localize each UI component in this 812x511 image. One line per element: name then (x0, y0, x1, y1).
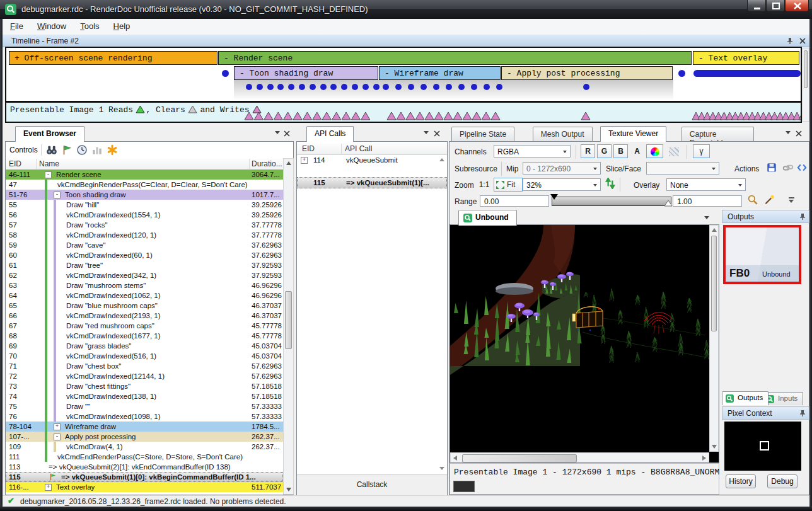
tab-outputs[interactable]: Outputs (722, 391, 768, 405)
checker-backdrop-button[interactable] (665, 144, 682, 158)
expander-icon[interactable]: - (54, 433, 61, 440)
timeline-bar-postproc[interactable]: - Apply post processing (501, 66, 673, 80)
event-row[interactable]: 51-76-Toon shading draw1017.7... (6, 190, 283, 200)
tab-texture-viewer[interactable]: Texture Viewer (600, 126, 666, 142)
channel-g-button[interactable]: G (597, 144, 612, 158)
event-row[interactable]: 66vkCmdDrawIndexed(2193, 1)46.37037 (6, 311, 283, 321)
tab-capture-executable[interactable]: Capture Executable (682, 127, 754, 142)
draw-call-dot[interactable] (246, 84, 252, 90)
draw-call-dot[interactable] (310, 84, 316, 90)
menu-tools[interactable]: Tools (80, 21, 99, 31)
overlay-select[interactable]: None (666, 178, 746, 191)
eb-tab-dropdown-icon[interactable] (275, 131, 280, 137)
event-row[interactable]: 73Draw "chest fittings"57.18518 (6, 381, 283, 391)
event-row[interactable]: 68vkCmdDrawIndexed(1677, 1)45.77778 (6, 331, 283, 341)
histogram-wand-icon[interactable] (763, 194, 775, 205)
texture-hscroll[interactable] (450, 452, 709, 462)
event-row[interactable]: 69Draw "grass blades"45.03704 (6, 341, 283, 351)
event-row[interactable]: 111vkCmdEndRenderPass(C=Store, D=Store, … (6, 452, 283, 462)
event-row[interactable]: 74vkCmdDrawIndexed(138, 1)57.18518 (6, 391, 283, 401)
draw-call-dot[interactable] (395, 84, 402, 90)
event-row[interactable]: 60vkCmdDrawIndexed(60, 1)37.62963 (6, 250, 283, 260)
draw-call-dot[interactable] (373, 84, 380, 90)
output-thumbnail-fb0[interactable]: FB0 Unbound (723, 225, 801, 284)
title-bar[interactable]: debugmarker.rdc - RenderDoc Unofficial r… (0, 0, 812, 19)
close-panel-icon[interactable] (799, 38, 806, 44)
filter-asterisk-icon[interactable] (107, 144, 118, 156)
api-scroll-up-icon[interactable] (439, 158, 444, 161)
event-row[interactable]: 61Draw "tree"37.92593 (6, 260, 283, 270)
event-row[interactable]: 72vkCmdDrawIndexed(12144, 1)57.62963 (6, 371, 283, 381)
api-row[interactable]: + 114 vkQueueSubmit (297, 154, 447, 166)
draw-call-dot[interactable] (257, 84, 263, 90)
draw-call-dot[interactable] (222, 70, 229, 77)
pin-icon[interactable] (799, 410, 806, 417)
event-row[interactable]: 59Draw "cave"37.62963 (6, 240, 283, 250)
event-row[interactable]: 46-111-Render scene3064.7... (6, 169, 283, 180)
channels-select[interactable]: RGBA (494, 145, 571, 158)
channel-r-button[interactable]: R (581, 144, 595, 158)
colorwheel-button[interactable] (646, 144, 663, 158)
callstack-section[interactable]: Callstack (297, 474, 447, 495)
mip-select[interactable]: 0 - 1272x690 (523, 162, 601, 175)
flip-y-icon[interactable] (605, 178, 616, 189)
event-row[interactable]: 63Draw "mushroom stems"46.96296 (6, 280, 283, 290)
event-row[interactable]: 107-...-Apply post processing262.37... (6, 432, 283, 442)
range-black-handle[interactable] (550, 194, 558, 204)
eb-close-icon[interactable] (284, 130, 290, 137)
texture-vscroll[interactable] (709, 225, 719, 452)
draw-call-dot[interactable] (408, 84, 414, 90)
draw-call-dot[interactable] (678, 70, 685, 77)
draw-call-dot[interactable] (458, 84, 465, 90)
tab-api-calls[interactable]: API Calls (306, 126, 354, 142)
menu-file[interactable]: File (10, 21, 23, 31)
event-row[interactable]: 64vkCmdDrawIndexed(1062, 1)46.96296 (6, 290, 283, 301)
draw-call-dot[interactable] (320, 84, 327, 90)
draw-call-dot[interactable] (420, 84, 427, 90)
code-icon[interactable] (796, 162, 808, 173)
api-tab-dropdown-icon[interactable] (424, 131, 429, 137)
event-row[interactable]: 58vkCmdDrawIndexed(120, 1)37.77778 (6, 230, 283, 240)
event-row[interactable]: 56vkCmdDrawIndexed(1554, 1)39.25926 (6, 210, 283, 220)
pixel-context-header[interactable]: Pixel Context (722, 406, 809, 420)
close-button[interactable] (785, 0, 809, 12)
tab-event-browser[interactable]: Event Browser (15, 126, 84, 142)
range-white-handle[interactable] (664, 200, 673, 207)
expander-icon[interactable]: + (54, 423, 61, 430)
draw-call-dot[interactable] (484, 84, 490, 90)
event-row[interactable]: 76vkCmdDrawIndexed(1098, 1)57.33333 (6, 411, 283, 422)
event-row[interactable]: 116-...+Text overlay511.7037 (6, 482, 283, 492)
draw-call-dot[interactable] (267, 84, 274, 90)
maximize-button[interactable] (766, 0, 785, 12)
expander-icon[interactable]: - (54, 192, 61, 198)
api-row-selected[interactable]: 115 => vkQueueSubmit(1)[... (297, 177, 447, 188)
event-row[interactable]: 71Draw "chest box"57.62963 (6, 361, 283, 371)
slice-face-select[interactable] (646, 162, 719, 175)
draw-call-dot[interactable] (352, 84, 358, 90)
event-row[interactable]: 55Draw "hill"39.25926 (6, 200, 283, 210)
event-row[interactable]: 70vkCmdDrawIndexed(516, 1)45.03704 (6, 351, 283, 361)
toolbar-overflow-icon[interactable] (789, 197, 794, 205)
api-scroll-down-icon[interactable] (439, 467, 444, 470)
event-row[interactable]: 109vkCmdDraw(4, 1)262.37... (6, 442, 283, 452)
expander-icon[interactable]: + (45, 484, 52, 491)
timeline-bar-render-scene[interactable]: - Render scene (218, 51, 692, 65)
timeline-bar-wireframe[interactable]: - Wireframe draw (379, 66, 501, 80)
event-row[interactable]: 115=> vkQueueSubmit(1)[0]: vkBeginComman… (6, 472, 283, 482)
event-row[interactable]: 47vkCmdBeginRenderPass(C=Clear, D=Clear,… (6, 180, 283, 190)
range-min-input[interactable]: 0.00 (480, 195, 549, 207)
timeline-bar-toon[interactable]: - Toon shading draw (234, 66, 378, 80)
range-slider[interactable] (552, 197, 671, 206)
pixel-context-view[interactable] (724, 422, 801, 471)
api-close-icon[interactable] (434, 130, 440, 137)
save-icon[interactable] (766, 162, 777, 173)
minimize-button[interactable] (747, 0, 766, 12)
find-icon[interactable] (46, 144, 57, 156)
event-row[interactable]: 67Draw "red mushroom caps"45.77778 (6, 321, 283, 331)
tab-mesh-output[interactable]: Mesh Output (533, 127, 593, 142)
timeline-bar-text-overlay[interactable]: - Text overlay (693, 51, 799, 65)
timeline-usage-strip[interactable]: Presentable Image 1 Reads , Clears and W… (5, 102, 802, 123)
expander-icon[interactable]: + (301, 157, 308, 164)
draw-call-dot[interactable] (383, 84, 389, 90)
texture-tab-unbound[interactable]: Unbound (458, 210, 517, 226)
